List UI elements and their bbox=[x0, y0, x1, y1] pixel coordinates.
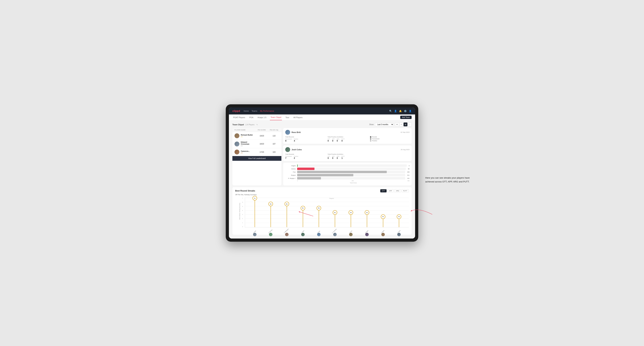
streak-bubble-mcherg: 6x bbox=[268, 202, 273, 206]
player-card-josh: Josh Coles 26 Aug 2023 Total Rounds Tour bbox=[283, 145, 412, 161]
filter-arg-button[interactable]: ARG bbox=[394, 189, 401, 192]
player-card-header-rees: Rees Britt 02 Sep 2023 bbox=[285, 130, 410, 135]
pb-score-edward: 18/20 bbox=[255, 143, 269, 145]
rounds-legend-dot bbox=[370, 136, 371, 138]
player-avatar-elwit bbox=[253, 233, 256, 236]
right-panels: Rees Britt 02 Sep 2023 Total Rounds Tour bbox=[283, 128, 412, 185]
list-view-button[interactable]: ≡ bbox=[399, 123, 403, 126]
leaderboard-panel: PLAYER NAME PB SCORE PB AVG SQ bbox=[232, 128, 282, 185]
filter-ott-button[interactable]: OTT bbox=[380, 189, 386, 192]
tournament-legend-dot bbox=[370, 138, 371, 140]
player-avatar-billingham bbox=[285, 233, 288, 236]
grid-view-button[interactable]: ⊞ bbox=[395, 123, 399, 126]
pc-stats-rees: Total Rounds Tournament 8 Practice bbox=[285, 136, 410, 142]
view-full-leaderboard-button[interactable]: View Full Leaderboard bbox=[232, 156, 282, 161]
table-row: Edward Crossman ♦ 2 18/20 107 bbox=[232, 140, 282, 148]
filter-app-button[interactable]: APP bbox=[387, 189, 394, 192]
profile-avatar[interactable]: 👤 bbox=[409, 110, 412, 112]
bar-label-dbogeys: D. Bogeys + bbox=[285, 177, 296, 179]
pb-score-cameron: 17/20 bbox=[255, 151, 269, 153]
pc-stats-josh: Total Rounds Tournament 7 Practice bbox=[285, 154, 410, 159]
player-info-richard: Richard Butler ♦ 1 bbox=[234, 133, 255, 138]
bar-value-dbogeys: 131 bbox=[407, 177, 410, 179]
sub-nav-hcaps[interactable]: Hcaps 1-5 bbox=[257, 114, 267, 120]
player-avatar-mcherg bbox=[269, 233, 272, 236]
main-content: Team Clippd | 14 Players ✎ Show Last 3 m… bbox=[229, 120, 415, 238]
rounds-legend: Rounds Tournament Practice bbox=[370, 136, 410, 142]
sub-nav-pgat[interactable]: PGAT Players bbox=[232, 114, 246, 120]
player-badge-cameron: ♦ 3 bbox=[241, 152, 250, 154]
player-badge-edward: ♦ 2 bbox=[241, 145, 255, 147]
player-avatar-ford bbox=[349, 233, 352, 236]
streaks-subtitle: Off The Tee, Fairway Accuracy bbox=[235, 194, 409, 195]
bar-row-pars: Pars 499 bbox=[285, 171, 410, 173]
sub-nav: PGAT Players PGA Hcaps 1-5 Team Clippd T… bbox=[229, 114, 415, 120]
streak-bubble-coles: 5x bbox=[301, 206, 305, 210]
player-col-britt: 5x R. Britt bbox=[311, 198, 327, 227]
bar-value-bogeys: 311 bbox=[407, 174, 410, 176]
add-team-button[interactable]: Add Team bbox=[400, 116, 412, 119]
player-col-coles: 5x J. Coles bbox=[295, 198, 311, 227]
player-avatar-quick bbox=[397, 233, 401, 236]
practice-legend-dot bbox=[370, 140, 371, 142]
player-col-ford: 4x D. Ford bbox=[343, 198, 359, 227]
bar-chart-panel: Eagles 3 Birdies bbox=[283, 163, 412, 185]
sub-nav-pga[interactable]: PGA bbox=[249, 114, 254, 120]
pc-player-rees: Rees Britt bbox=[285, 130, 301, 135]
two-col-layout: PLAYER NAME PB SCORE PB AVG SQ bbox=[232, 128, 412, 185]
bar-value-birdies: 96 bbox=[408, 168, 410, 170]
nav-home[interactable]: Home bbox=[244, 109, 249, 113]
avatar-josh bbox=[285, 147, 290, 152]
player-col-butler: 3x R. Butler bbox=[375, 198, 391, 227]
tablet-screen: clippd Home Teams My Performance 🔍 👤 🔔 ⚙… bbox=[229, 107, 415, 238]
sub-nav-all-players[interactable]: All Players bbox=[293, 114, 303, 120]
bar-track-pars bbox=[297, 171, 405, 173]
pb-score-richard: 19/20 bbox=[255, 135, 269, 137]
player-avatar-miller bbox=[365, 233, 369, 236]
player-col-crossman: 4x E. Crossman bbox=[327, 198, 343, 227]
search-icon[interactable]: 🔍 bbox=[389, 110, 392, 112]
bar-label-bogeys: Bogeys bbox=[285, 174, 296, 176]
pb-avg-edward: 107 bbox=[269, 143, 279, 145]
nav-my-performance[interactable]: My Performance bbox=[260, 109, 274, 113]
filter-putt-button[interactable]: PUTT bbox=[402, 189, 409, 192]
pc-date-josh: 26 Aug 2023 bbox=[400, 149, 410, 151]
x-label-0: 0 bbox=[297, 180, 298, 181]
chart-x-axis: 0 200 400 bbox=[285, 180, 410, 181]
bar-fill-dbogeys bbox=[297, 177, 321, 179]
streak-bubble-britt: 5x bbox=[316, 206, 321, 210]
bar-value-pars: 499 bbox=[407, 171, 410, 173]
settings-icon[interactable]: ⚙️ bbox=[404, 110, 407, 112]
player-col-mcherg: 6x B. McHerg bbox=[263, 198, 279, 227]
bar-label-birdies: Birdies bbox=[285, 168, 296, 170]
bar-track-birdies bbox=[297, 168, 406, 170]
player-card-rees: Rees Britt 02 Sep 2023 Total Rounds Tour bbox=[283, 128, 412, 144]
pc-player-josh: Josh Coles bbox=[285, 147, 302, 152]
bar-label-eagles: Eagles bbox=[285, 165, 296, 167]
bar-fill-pars bbox=[297, 171, 387, 173]
legend-tournament: Tournament bbox=[372, 138, 380, 140]
bell-icon[interactable]: 🔔 bbox=[399, 110, 402, 112]
streak-bubble-miller: 4x bbox=[365, 210, 369, 215]
card-view-button[interactable]: ▤ bbox=[404, 123, 408, 126]
sub-nav-tour[interactable]: Tour bbox=[285, 114, 290, 120]
nav-teams[interactable]: Teams bbox=[252, 109, 257, 113]
sub-nav-team-clippd[interactable]: Team Clippd bbox=[270, 114, 282, 120]
table-view-button[interactable]: ↕ bbox=[408, 123, 412, 126]
player-badge-richard: ♦ 1 bbox=[241, 136, 253, 138]
bar-row-eagles: Eagles 3 bbox=[285, 165, 410, 167]
show-select[interactable]: Last 3 months Last 6 months Last 12 mont… bbox=[375, 123, 394, 126]
user-icon[interactable]: 👤 bbox=[394, 110, 397, 112]
lb-header: PLAYER NAME PB SCORE PB AVG SQ bbox=[232, 128, 282, 132]
bar-row-dbogeys: D. Bogeys + 131 bbox=[285, 177, 410, 179]
avatar-edward bbox=[234, 142, 240, 147]
bar-track-eagles bbox=[297, 165, 407, 167]
logo: clippd bbox=[232, 110, 240, 112]
team-name: Team Clippd bbox=[232, 124, 244, 126]
edit-icon[interactable]: ✎ bbox=[256, 124, 258, 126]
bar-value-eagles: 3 bbox=[409, 165, 410, 167]
bar-track-dbogeys bbox=[297, 177, 405, 179]
streaks-chart-container: Best Streak, Fairway Accuracy 7 6 5 4 3 … bbox=[235, 198, 409, 233]
pc-name-rees: Rees Britt bbox=[292, 131, 301, 133]
streak-bubble-billingham: 6x bbox=[284, 202, 289, 206]
